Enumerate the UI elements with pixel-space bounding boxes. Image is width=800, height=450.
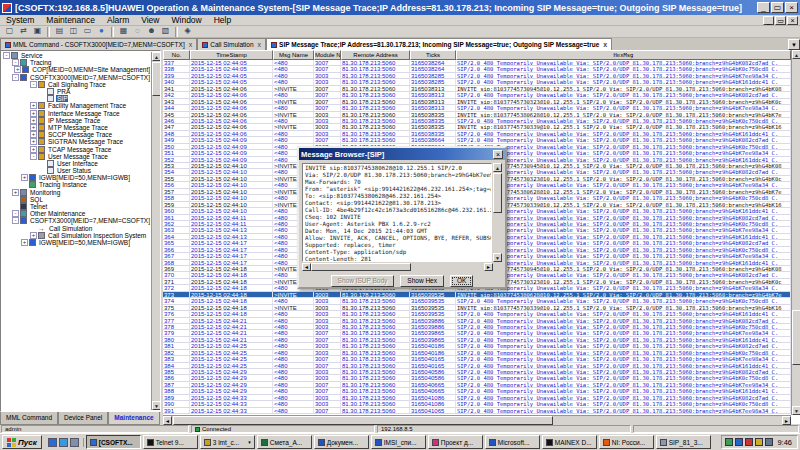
globe-icon[interactable]: ● <box>95 26 108 37</box>
scroll-left-icon[interactable]: ◄ <box>302 263 311 271</box>
panel-tab-maintenance[interactable]: Maintenance <box>108 412 159 425</box>
expand-plus-icon[interactable]: + <box>21 239 28 246</box>
help-icon[interactable]: ◈ <box>181 26 194 37</box>
taskbar-button-проект-д-[interactable]: Проект д... <box>428 435 483 449</box>
mail-icon[interactable] <box>70 438 79 447</box>
user-icon[interactable]: ☻ <box>145 26 158 37</box>
tree-item-sccp-message-trace[interactable]: +SCCP Message Trace <box>2 131 151 138</box>
tree-item-tracing[interactable]: -Tracing <box>2 59 151 66</box>
table-scroll-thumb[interactable] <box>792 310 800 365</box>
expand-plus-icon[interactable]: + <box>30 146 37 153</box>
tree-item-csoftx3000-meid-7-menm-csoftx-[interactable]: -CSOFTX3000[MEID=7,MENM=CSOFTX] <box>2 217 151 224</box>
tree-item-igwb-meid-50-menm-igwb-[interactable]: +IGWB[MEID=50,MENM=IGWB] <box>2 174 151 181</box>
expand-minus-icon[interactable]: - <box>12 59 19 66</box>
tab-overflow-icon[interactable]: ▼ <box>788 39 800 50</box>
expand-minus-icon[interactable]: - <box>30 81 37 88</box>
restore-button[interactable]: ▭ <box>771 2 784 13</box>
expand-plus-icon[interactable]: + <box>30 117 37 124</box>
tree-item-interface-message-trace[interactable]: +Interface Message Trace <box>2 110 151 117</box>
tree-item-csoftx3000-meid-7-menm-csoftx-[interactable]: -CSOFTX3000[MEID=7,MENM=CSOFTX] <box>2 74 151 81</box>
taskbar-button-mainex-d-[interactable]: MAINEX D... <box>542 435 597 449</box>
column-header-ticks[interactable]: Ticks <box>410 50 456 60</box>
menu-item-view[interactable]: View <box>135 15 165 26</box>
tree-item-sigtran-message-trace[interactable]: +SIGTRAN Message Trace <box>2 138 151 145</box>
expand-plus-icon[interactable]: + <box>30 131 37 138</box>
display-icon[interactable] <box>755 438 763 446</box>
taskbar-button--csoftx-[interactable]: [CSOFTX... <box>86 435 141 449</box>
tree-scroll-thumb[interactable] <box>152 62 161 96</box>
expand-plus-icon[interactable]: + <box>30 102 37 109</box>
expand-minus-icon[interactable]: - <box>12 74 19 81</box>
expand-plus-icon[interactable]: + <box>21 174 28 181</box>
panel-tab-mml-command[interactable]: MML Command <box>0 412 58 425</box>
dialog-hscroll-thumb[interactable] <box>311 263 411 271</box>
tab-close-icon[interactable]: x <box>189 41 193 48</box>
zoom-icon[interactable]: ◌ <box>131 26 144 37</box>
scroll-left-icon[interactable]: ◄ <box>163 416 172 425</box>
table-hscroll-thumb[interactable] <box>173 416 553 425</box>
scroll-up-icon[interactable]: ▲ <box>792 50 800 59</box>
tree-item-mtp-message-trace[interactable]: +MTP Message Trace <box>2 124 151 131</box>
column-header-msg-name[interactable]: Msg Name <box>273 50 314 60</box>
tree-item-monitoring[interactable]: +Monitoring <box>2 189 151 196</box>
minimize-button[interactable]: _ <box>757 2 770 13</box>
mdi-close-button[interactable]: × <box>787 16 798 25</box>
taskbar-button-microsoft-[interactable]: Microsoft... <box>485 435 540 449</box>
tree-item-call-signaling-trace[interactable]: -Call Signaling Trace <box>2 81 151 88</box>
tile-windows-icon[interactable]: ◫ <box>67 26 80 37</box>
print-icon[interactable]: ▧ <box>159 26 172 37</box>
start-button[interactable]: Пуск <box>2 435 42 449</box>
scheduler-icon[interactable] <box>765 438 773 446</box>
tab-close-icon[interactable]: x <box>603 41 607 48</box>
image-icon[interactable]: ▦ <box>117 26 130 37</box>
expand-minus-icon[interactable]: - <box>3 52 10 59</box>
desktop-icon[interactable] <box>59 438 68 447</box>
tree-item-facility-management-trace[interactable]: +Facility Management Trace <box>2 102 151 109</box>
tab-call-simulation[interactable]: Call Simulationx <box>197 38 266 50</box>
scroll-right-icon[interactable]: ► <box>484 263 493 271</box>
network-icon[interactable] <box>735 438 743 446</box>
tree-item-sip[interactable]: SIP <box>2 95 151 102</box>
taskbar-button-sip-81-3-[interactable]: SIP_81_3... <box>656 435 711 449</box>
browser-icon[interactable] <box>48 438 57 447</box>
tree-item-other-maintenance[interactable]: -Other Maintenance <box>2 210 151 217</box>
dialog-scroll-thumb[interactable] <box>493 173 502 213</box>
expand-plus-icon[interactable]: + <box>12 189 19 196</box>
column-header-module-no[interactable]: Module No <box>314 50 341 60</box>
tree-item-cop-meid-0-menm-site-managemen[interactable]: +COP[MEID=0,MENM=Site Management] <box>2 66 151 73</box>
clipboard-icon[interactable]: ▤ <box>53 26 66 37</box>
panel-tab-device-panel[interactable]: Device Panel <box>58 412 108 425</box>
column-header-timestamp[interactable]: TimeStamp <box>190 50 273 60</box>
dialog-horizontal-scrollbar[interactable]: ◄ ► <box>302 263 493 271</box>
expand-plus-icon[interactable]: + <box>14 66 21 73</box>
window-icon[interactable]: ▭ <box>81 26 94 37</box>
tree-item-user-status[interactable]: User Status <box>2 167 151 174</box>
expand-plus-icon[interactable]: + <box>30 232 37 239</box>
tree-item-telnet[interactable]: Telnet <box>2 203 151 210</box>
tree-item-user-interface[interactable]: User Interface <box>2 160 151 167</box>
column-header-remote-address[interactable]: Remote Address <box>341 50 410 60</box>
taskbar-button-смета-а-[interactable]: Смета_А... <box>257 435 312 449</box>
taskbar-button-telnet-9-[interactable]: Telnet 9... <box>143 435 198 449</box>
table-horizontal-scrollbar[interactable]: ◄ ► <box>163 415 791 424</box>
tree-item-igwb-meid-50-menm-igwb-[interactable]: +IGWB[MEID=50,MENM=IGWB] <box>2 239 151 246</box>
expand-plus-icon[interactable]: + <box>30 138 37 145</box>
tree-vertical-scrollbar[interactable]: ▲ ▼ <box>151 52 160 410</box>
lock-icon[interactable]: ▣ <box>31 26 44 37</box>
mdi-restore-button[interactable]: ▭ <box>775 16 786 25</box>
expand-plus-icon[interactable]: + <box>30 124 37 131</box>
column-header-hexmsg[interactable]: HexMsg <box>456 50 791 60</box>
menu-item-window[interactable]: Window <box>166 15 208 26</box>
scroll-down-icon[interactable]: ▼ <box>792 406 800 415</box>
close-button[interactable]: × <box>785 2 798 13</box>
menu-item-alarm[interactable]: Alarm <box>101 15 135 26</box>
new-session-icon[interactable]: ▢ <box>3 26 16 37</box>
tree-item-sql[interactable]: SQL <box>2 196 151 203</box>
tree-item-call-simulation-inspection-sys[interactable]: +Call Simulation Inspection System <box>2 232 151 239</box>
mdi-minimize-button[interactable]: _ <box>763 16 774 25</box>
tree-item-call-simulation[interactable]: →Call Simulation <box>2 225 151 232</box>
menu-item-help[interactable]: Help <box>208 15 237 26</box>
ok-button[interactable]: OK <box>450 275 473 287</box>
scroll-down-icon[interactable]: ▼ <box>152 401 161 410</box>
expand-minus-icon[interactable]: - <box>12 217 19 224</box>
